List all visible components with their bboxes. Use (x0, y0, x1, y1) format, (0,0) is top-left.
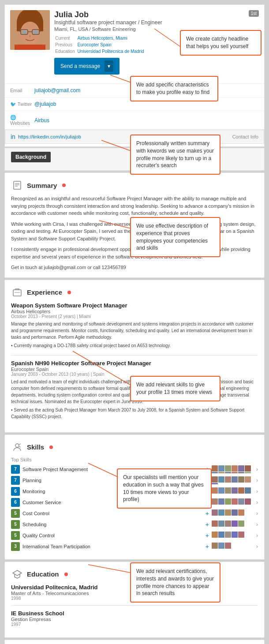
svg-rect-23 (13, 290, 21, 296)
websites-value[interactable]: Airbus (34, 117, 49, 124)
skill-arrow-8[interactable]: › (256, 543, 258, 550)
current-value: Airbus Helicopters, Miami (77, 35, 146, 41)
experience-divider (11, 355, 258, 356)
experience-dot (67, 291, 71, 294)
skill-name-5: Cost Control (22, 511, 203, 516)
edu2-degree: Gestion Empresas (11, 617, 258, 622)
background-label: Background (11, 152, 51, 162)
svg-point-16 (20, 36, 25, 39)
exp2-desc2: • Served as the acting Sub Project Manag… (11, 407, 258, 420)
profile-positions: Current Airbus Helicopters, Miami Previo… (54, 34, 147, 55)
exp1-company: Airbus Helicopters (11, 309, 258, 314)
skill-arrow-5[interactable]: › (256, 510, 258, 517)
skill-arrow-4[interactable]: › (256, 499, 258, 505)
skill-badge-8: 3 (11, 542, 20, 551)
skills-title-row: Skills (11, 441, 258, 453)
email-value[interactable]: juliajob@gmail.com (34, 87, 80, 94)
skill-badge-6: 5 (11, 520, 20, 529)
edu2-school: IE Business School (11, 610, 258, 617)
experience-section: Experience Weapon System Software Projec… (4, 280, 265, 433)
education-value: Universidad Politecnica de Madrid (77, 49, 146, 54)
skill-arrow-3[interactable]: › (256, 488, 258, 494)
callout-certifications: We add relevant certifications, interest… (130, 562, 220, 603)
exp1-desc2: • Currently managing a DO-178B safety cr… (11, 342, 258, 349)
callout-education: Our specialists will mention your educat… (117, 468, 212, 509)
svg-point-25 (15, 444, 19, 447)
edu2-year: 1997 (11, 622, 258, 627)
education-label: Education (55, 49, 76, 54)
dropdown-arrow: ▾ (105, 60, 113, 72)
globe-icon: 🌐 (10, 115, 16, 120)
skill-arrow-2[interactable]: › (256, 477, 258, 483)
exp2-title: Spanish NH90 Helicopter Software Project… (11, 360, 258, 367)
experience-icon (11, 286, 23, 299)
previous-value: Eurocopter Spain (77, 42, 146, 48)
skill-add-8[interactable]: + (205, 543, 209, 550)
send-message-button[interactable]: Send a message ▾ (54, 58, 120, 75)
svg-marker-28 (13, 570, 22, 576)
twitter-value[interactable]: @juliajob (34, 101, 56, 107)
top-skills-label: Top Skills (11, 457, 258, 462)
skill-avatars-2[interactable] (212, 476, 254, 484)
skills-icon (11, 441, 23, 453)
callout-headline: We create catchy headline that helps you… (180, 30, 262, 56)
skill-avatars-1[interactable] (212, 465, 254, 473)
svg-point-14 (22, 31, 26, 34)
skill-badge-1: 7 (11, 465, 20, 474)
skill-row-5: 5 Cost Control + › (11, 509, 258, 518)
education-dot (64, 573, 68, 576)
linkedin-icon: in (11, 133, 15, 140)
page-wrapper: 1st Julia Job Insightful software projec… (0, 0, 269, 644)
skill-avatars-3[interactable] (212, 487, 254, 495)
svg-line-26 (19, 444, 21, 445)
experience-item-1: Weapon System Software Project Manager A… (11, 302, 258, 349)
skills-title: Skills (27, 443, 44, 451)
websites-row: 🌐 Websites Airbus (5, 111, 264, 130)
svg-point-15 (34, 31, 38, 34)
skill-add-7[interactable]: + (205, 532, 209, 539)
skill-row-7: 5 Quality Control + › (11, 531, 258, 540)
experience-title-row: Experience (11, 286, 258, 299)
skills-dot (49, 446, 53, 449)
callout-characteristics: We add specific characteristics to make … (130, 76, 218, 101)
skill-badge-4: 6 (11, 498, 20, 507)
current-label: Current (55, 35, 76, 41)
skill-name-6: Scheduling (22, 522, 203, 527)
exp1-dates: October 2013 - Present (2 years) | Miami (11, 314, 258, 319)
svg-rect-19 (14, 181, 21, 189)
skill-avatars-4[interactable] (212, 498, 254, 506)
skill-add-6[interactable]: + (205, 521, 209, 528)
summary-dot (62, 183, 66, 187)
skill-arrow-7[interactable]: › (256, 532, 258, 539)
twitter-icon: 🐦 (10, 101, 18, 107)
contact-info-button[interactable]: Contact Info (232, 134, 258, 139)
svg-line-27 (19, 446, 21, 447)
previous-label: Previous (55, 42, 76, 48)
skill-arrow-6[interactable]: › (256, 521, 258, 528)
summary-text-4: Get in touch at juliajob@gmail.com or ca… (11, 264, 258, 271)
certifications-section: Certifications Eurocopter Software Exper… (4, 640, 265, 644)
skill-badge-2: 7 (11, 476, 20, 485)
profile-title: Insightful software project manager / En… (54, 19, 259, 26)
experience-title: Experience (27, 288, 62, 296)
skill-avatars-8[interactable] (212, 543, 254, 550)
skill-avatars-5[interactable] (212, 509, 254, 517)
skill-avatars-7[interactable] (212, 532, 254, 539)
skill-add-5[interactable]: + (205, 510, 209, 517)
send-message-label: Send a message (60, 63, 100, 69)
education-icon (11, 568, 23, 580)
summary-icon (11, 179, 23, 191)
education-title: Education (27, 570, 59, 578)
websites-label: 🌐 Websites (10, 115, 34, 126)
skill-arrow-1[interactable]: › (256, 466, 258, 472)
skill-row-8: 3 International Team Participation + › (11, 542, 258, 551)
skill-row-6: 5 Scheduling + › (11, 520, 258, 529)
education-item-2: IE Business School Gestion Empresas 1997 (11, 610, 258, 627)
summary-title-row: Summary (11, 179, 258, 191)
profile-name: Julia Job (54, 10, 259, 19)
skill-avatars-6[interactable] (212, 520, 254, 528)
exp1-title: Weapon System Software Project Manager (11, 302, 258, 309)
skill-badge-7: 5 (11, 531, 20, 540)
avatar (10, 10, 50, 50)
connection-badge: 1st (249, 10, 259, 17)
